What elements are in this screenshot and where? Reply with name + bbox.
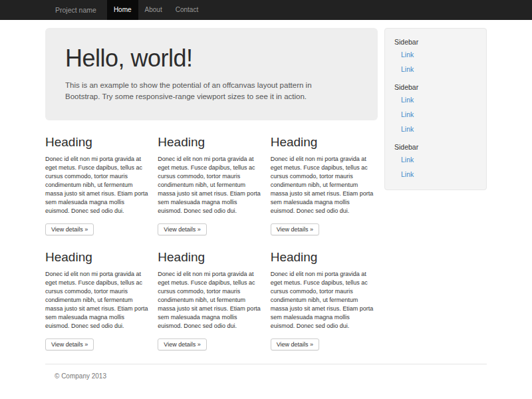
sidebar-group-2: Sidebar Link Link Link	[394, 83, 477, 136]
footer-divider	[45, 364, 487, 364]
sidebar-link[interactable]: Link	[394, 47, 477, 62]
card-heading: Heading	[271, 250, 378, 265]
view-details-button[interactable]: View details »	[271, 338, 319, 350]
sidebar-link[interactable]: Link	[394, 152, 477, 167]
card-heading: Heading	[45, 250, 152, 265]
card-heading: Heading	[271, 135, 378, 150]
sidebar-header: Sidebar	[394, 38, 477, 46]
sidebar-link[interactable]: Link	[394, 62, 477, 76]
sidebar-link[interactable]: Link	[394, 122, 477, 136]
card-body-text: Donec id elit non mi porta gravida at eg…	[158, 155, 265, 215]
sidebar-column: Sidebar Link Link Sidebar Link Link Link…	[384, 28, 487, 361]
view-details-button[interactable]: View details »	[271, 223, 319, 235]
sidebar-link[interactable]: Link	[394, 107, 477, 122]
card-heading: Heading	[45, 135, 152, 150]
sidebar-header: Sidebar	[394, 83, 477, 91]
sidebar-link[interactable]: Link	[394, 92, 477, 107]
jumbotron: Hello, world! This is an example to show…	[45, 28, 378, 120]
nav-item-about[interactable]: About	[138, 0, 169, 20]
nav-item-home[interactable]: Home	[107, 0, 138, 20]
view-details-button[interactable]: View details »	[45, 338, 94, 350]
feature-card: Heading Donec id elit non mi porta gravi…	[271, 246, 378, 350]
card-heading: Heading	[158, 135, 265, 150]
navbar-inner: Project name Home About Contact	[45, 0, 487, 20]
nav-item-contact[interactable]: Contact	[169, 0, 205, 20]
card-heading: Heading	[158, 250, 265, 265]
sidebar-group-3: Sidebar Link Link	[394, 143, 477, 182]
top-navbar: Project name Home About Contact	[0, 0, 532, 20]
footer: © Company 2013	[45, 372, 487, 380]
cards-row-1: Heading Donec id elit non mi porta gravi…	[45, 131, 378, 235]
view-details-button[interactable]: View details »	[158, 338, 206, 350]
cards-row-2: Heading Donec id elit non mi porta gravi…	[45, 246, 378, 350]
sidebar: Sidebar Link Link Sidebar Link Link Link…	[384, 28, 487, 190]
sidebar-group-1: Sidebar Link Link	[394, 38, 477, 76]
card-body-text: Donec id elit non mi porta gravida at eg…	[271, 155, 378, 215]
page-container: Hello, world! This is an example to show…	[45, 28, 487, 380]
view-details-button[interactable]: View details »	[45, 223, 94, 235]
feature-card: Heading Donec id elit non mi porta gravi…	[158, 246, 265, 350]
card-body-text: Donec id elit non mi porta gravida at eg…	[158, 270, 265, 331]
view-details-button[interactable]: View details »	[158, 223, 206, 235]
main-content: Hello, world! This is an example to show…	[45, 28, 378, 361]
card-body-text: Donec id elit non mi porta gravida at eg…	[271, 270, 378, 331]
copyright-text: © Company 2013	[45, 372, 487, 380]
feature-card: Heading Donec id elit non mi porta gravi…	[45, 246, 152, 350]
page-title: Hello, world!	[65, 45, 358, 72]
card-body-text: Donec id elit non mi porta gravida at eg…	[45, 270, 152, 331]
feature-card: Heading Donec id elit non mi porta gravi…	[158, 131, 265, 235]
navbar-brand[interactable]: Project name	[45, 0, 107, 20]
navbar-menu: Home About Contact	[107, 0, 205, 20]
jumbotron-text: This is an example to show the potential…	[65, 80, 344, 104]
feature-card: Heading Donec id elit non mi porta gravi…	[45, 131, 152, 235]
card-body-text: Donec id elit non mi porta gravida at eg…	[45, 155, 152, 215]
content-row: Hello, world! This is an example to show…	[45, 28, 487, 361]
sidebar-link[interactable]: Link	[394, 167, 477, 182]
feature-card: Heading Donec id elit non mi porta gravi…	[271, 131, 378, 235]
sidebar-header: Sidebar	[394, 143, 477, 151]
